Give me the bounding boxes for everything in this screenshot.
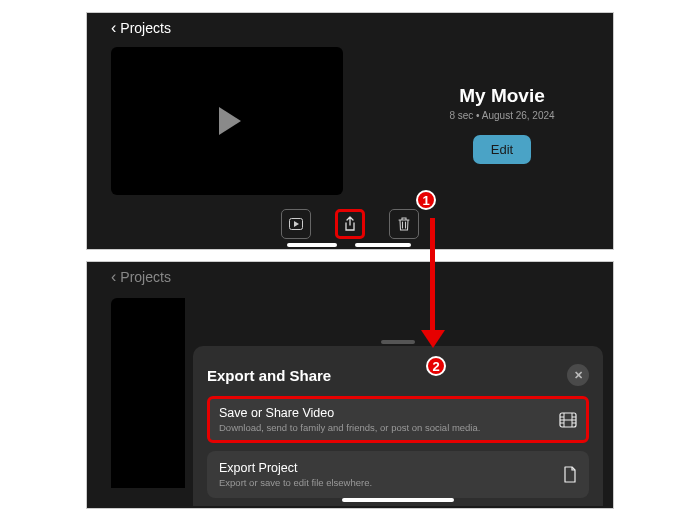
play-rect-icon (289, 218, 303, 230)
play-video-button[interactable] (281, 209, 311, 239)
sheet-title: Export and Share (207, 367, 331, 384)
document-icon (563, 466, 577, 484)
chevron-left-icon: ‹ (111, 268, 116, 286)
edit-button[interactable]: Edit (473, 135, 531, 164)
trash-icon (397, 216, 411, 232)
home-indicator (355, 243, 411, 247)
delete-button[interactable] (389, 209, 419, 239)
home-indicator (342, 498, 454, 502)
sheet-handle[interactable] (381, 340, 415, 344)
share-icon (343, 216, 357, 232)
callout-step-2: 2 (426, 356, 446, 376)
export-share-sheet: Export and Share ✕ Save or Share Video D… (193, 346, 603, 506)
save-or-share-video-item[interactable]: Save or Share Video Download, send to fa… (207, 396, 589, 443)
project-title: My Movie (407, 85, 597, 107)
close-sheet-button[interactable]: ✕ (567, 364, 589, 386)
back-to-projects[interactable]: ‹ Projects (111, 268, 171, 286)
film-icon (559, 412, 577, 428)
export-share-screen: ‹ Projects Export and Share ✕ Save or Sh… (86, 261, 614, 509)
nav-back-label: Projects (120, 20, 171, 36)
share-button[interactable] (335, 209, 365, 239)
project-meta: 8 sec • August 26, 2024 (407, 110, 597, 121)
play-icon (219, 107, 241, 135)
callout-step-1: 1 (416, 190, 436, 210)
sheet-item-title: Save or Share Video (219, 406, 549, 420)
annotation-arrow-head (421, 330, 445, 348)
project-info: My Movie 8 sec • August 26, 2024 Edit (407, 85, 597, 164)
video-preview[interactable] (111, 47, 343, 195)
nav-back-label: Projects (120, 269, 171, 285)
project-toolbar (87, 209, 613, 239)
sheet-item-subtitle: Download, send to family and friends, or… (219, 422, 549, 433)
chevron-left-icon: ‹ (111, 19, 116, 37)
export-project-item[interactable]: Export Project Export or save to edit fi… (207, 451, 589, 498)
back-to-projects[interactable]: ‹ Projects (111, 19, 171, 37)
annotation-arrow (430, 218, 435, 334)
project-detail-screen: ‹ Projects My Movie 8 sec • August 26, 2… (86, 12, 614, 250)
sheet-item-subtitle: Export or save to edit file elsewhere. (219, 477, 553, 488)
sheet-item-title: Export Project (219, 461, 553, 475)
home-indicator (287, 243, 337, 247)
close-icon: ✕ (574, 369, 583, 382)
video-preview-dim (111, 298, 185, 488)
